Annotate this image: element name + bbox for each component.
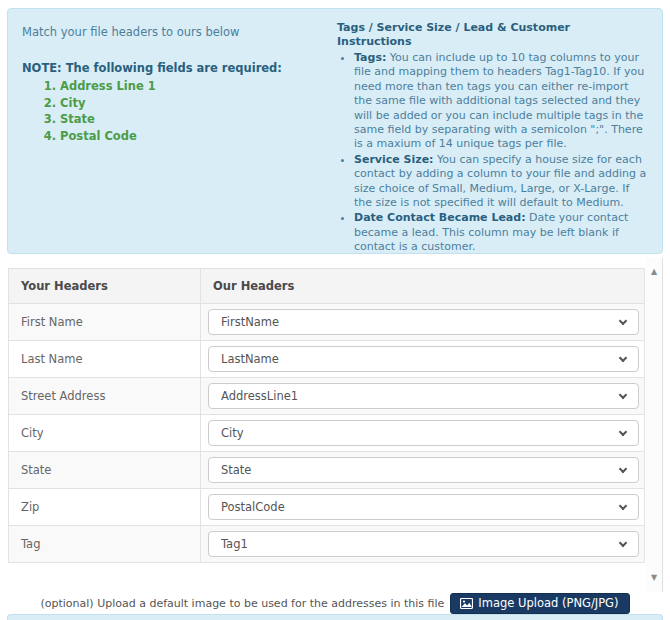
column-header-our-headers: Our Headers — [201, 269, 645, 304]
our-header-cell: LastName — [201, 341, 645, 378]
column-header-your-headers: Your Headers — [9, 269, 201, 304]
our-header-select[interactable]: FirstName — [208, 309, 639, 335]
our-header-select[interactable]: City — [208, 420, 639, 446]
match-headers-intro: Match your file headers to ours below — [22, 25, 332, 39]
your-header-cell: First Name — [9, 304, 201, 341]
our-header-select-wrap: AddressLine1 — [208, 383, 639, 409]
upload-footer: (optional) Upload a default image to be … — [7, 593, 663, 614]
required-fields-note: NOTE: The following fields are required: — [22, 61, 332, 75]
mapping-table-row: TagTag1 — [9, 526, 645, 563]
your-header-cell: City — [9, 415, 201, 452]
required-field-item: Address Line 1 — [60, 78, 332, 95]
our-header-cell: State — [201, 452, 645, 489]
instruction-bullet: Service Size: You can specify a house si… — [354, 153, 648, 211]
image-icon — [460, 598, 473, 609]
bullet-label: Tags: — [354, 51, 386, 64]
your-header-cell: Last Name — [9, 341, 201, 378]
instructions-left-column: Match your file headers to ours below NO… — [22, 21, 332, 241]
bullet-label: Service Size: — [354, 153, 434, 166]
our-header-cell: AddressLine1 — [201, 378, 645, 415]
our-header-select[interactable]: Tag1 — [208, 531, 639, 557]
required-fields-list: Address Line 1CityStatePostal Code — [22, 78, 332, 144]
required-field-item: City — [60, 95, 332, 112]
your-header-cell: Street Address — [9, 378, 201, 415]
our-header-select[interactable]: AddressLine1 — [208, 383, 639, 409]
instructions-heading: Tags / Service Size / Lead & Customer In… — [337, 21, 648, 49]
mapping-table-row: First NameFirstName — [9, 304, 645, 341]
our-header-cell: FirstName — [201, 304, 645, 341]
table-header-row: Your Headers Our Headers — [9, 269, 645, 304]
instructions-right-column: Tags / Service Size / Lead & Customer In… — [332, 21, 648, 241]
your-header-cell: State — [9, 452, 201, 489]
instructions-panel: Match your file headers to ours below NO… — [7, 8, 663, 254]
our-header-cell: City — [201, 415, 645, 452]
mapping-table-row: ZipPostalCode — [9, 489, 645, 526]
instruction-bullet: Date Contact Became Lead: Date your cont… — [354, 211, 648, 254]
upload-hint-text: (optional) Upload a default image to be … — [40, 597, 444, 610]
your-header-cell: Zip — [9, 489, 201, 526]
mapping-table-row: CityCity — [9, 415, 645, 452]
our-header-select-wrap: City — [208, 420, 639, 446]
image-upload-button-label: Image Upload (PNG/JPG) — [478, 596, 618, 610]
required-field-item: State — [60, 111, 332, 128]
our-header-select-wrap: LastName — [208, 346, 639, 372]
mapping-table-region: Your Headers Our Headers First NameFirst… — [7, 258, 663, 592]
scroll-down-arrow-icon[interactable]: ▼ — [646, 573, 662, 583]
our-header-cell: Tag1 — [201, 526, 645, 563]
our-header-select[interactable]: LastName — [208, 346, 639, 372]
mapping-table-row: StateState — [9, 452, 645, 489]
instruction-bullet: Tags: You can include up to 10 tag colum… — [354, 51, 648, 152]
our-header-select-wrap: State — [208, 457, 639, 483]
instructions-bullet-list: Tags: You can include up to 10 tag colum… — [337, 51, 648, 254]
our-header-select-wrap: Tag1 — [208, 531, 639, 557]
import-mapping-page: Match your file headers to ours below NO… — [0, 0, 670, 620]
bullet-label: Date Contact Became Lead: — [354, 211, 526, 224]
mapping-table-row: Street AddressAddressLine1 — [9, 378, 645, 415]
our-header-select[interactable]: State — [208, 457, 639, 483]
our-header-select-wrap: FirstName — [208, 309, 639, 335]
our-header-select[interactable]: PostalCode — [208, 494, 639, 520]
vertical-scrollbar[interactable]: ▲ ▼ — [646, 258, 663, 592]
our-header-select-wrap: PostalCode — [208, 494, 639, 520]
image-upload-button[interactable]: Image Upload (PNG/JPG) — [450, 593, 629, 614]
your-header-cell: Tag — [9, 526, 201, 563]
scroll-up-arrow-icon[interactable]: ▲ — [646, 267, 662, 277]
mapping-scroll-area: Your Headers Our Headers First NameFirst… — [7, 258, 646, 592]
mapping-table-row: Last NameLastName — [9, 341, 645, 378]
next-section-panel-top — [7, 614, 663, 620]
header-mapping-table: Your Headers Our Headers First NameFirst… — [8, 268, 645, 563]
our-header-cell: PostalCode — [201, 489, 645, 526]
required-field-item: Postal Code — [60, 128, 332, 145]
bullet-text: You can include up to 10 tag columns to … — [354, 51, 644, 150]
